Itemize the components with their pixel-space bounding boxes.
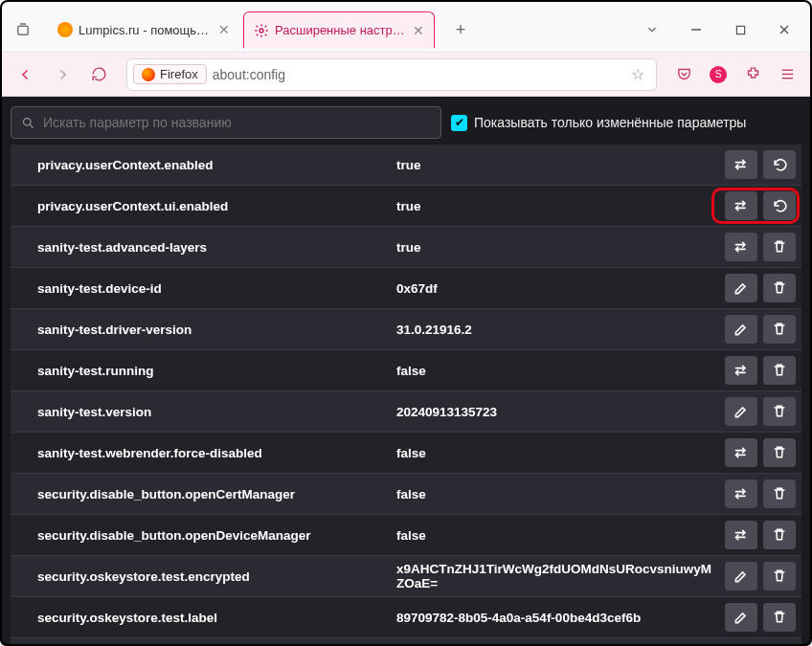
pref-name: security.disable_button.openCertManager bbox=[12, 487, 391, 501]
favicon bbox=[57, 22, 73, 37]
extensions-button[interactable] bbox=[739, 61, 766, 88]
pref-name: security.oskeystore.test.encrypted bbox=[12, 569, 391, 584]
settings-icon bbox=[254, 23, 269, 38]
back-button[interactable] bbox=[11, 60, 40, 89]
pref-actions bbox=[725, 356, 796, 385]
pref-value: false bbox=[396, 364, 719, 378]
toggle-button[interactable] bbox=[725, 150, 757, 179]
window-minimize[interactable] bbox=[676, 15, 716, 44]
pref-actions bbox=[725, 315, 796, 344]
edit-button[interactable] bbox=[725, 397, 757, 426]
pref-name: sanity-test.webrender.force-disabled bbox=[12, 446, 391, 460]
edit-button[interactable] bbox=[725, 603, 757, 632]
pref-row: security.oskeystore.test.label89709782-8… bbox=[11, 597, 801, 638]
delete-button[interactable] bbox=[763, 603, 796, 632]
svg-point-1 bbox=[259, 29, 263, 33]
delete-button[interactable] bbox=[763, 438, 796, 467]
pref-value: 0x67df bbox=[396, 281, 719, 296]
edit-button[interactable] bbox=[725, 274, 757, 302]
tab-close-icon[interactable]: ✕ bbox=[413, 23, 424, 38]
pref-name: sanity-test.advanced-layers bbox=[12, 240, 391, 255]
pref-row: privacy.userContext.enabledtrue bbox=[11, 145, 801, 186]
tab-close-icon[interactable]: ✕ bbox=[218, 22, 230, 37]
pref-name: sanity-test.driver-version bbox=[12, 323, 391, 337]
window-controls bbox=[632, 15, 804, 44]
delete-button[interactable] bbox=[763, 315, 796, 344]
pref-actions bbox=[725, 479, 796, 508]
delete-button[interactable] bbox=[763, 479, 796, 508]
pref-row: sanity-test.webrender.force-disabledfals… bbox=[11, 433, 801, 474]
only-modified-label: Показывать только изменённые параметры bbox=[474, 115, 746, 130]
only-modified-checkbox[interactable]: ✔ Показывать только изменённые параметры bbox=[451, 115, 746, 131]
titlebar: Lumpics.ru - помощь с компь✕Расширенные … bbox=[0, 0, 812, 53]
pref-value: 31.0.21916.2 bbox=[396, 323, 719, 337]
pref-actions bbox=[725, 562, 796, 590]
delete-button[interactable] bbox=[763, 233, 796, 261]
svg-point-9 bbox=[24, 118, 32, 125]
workspaces-button[interactable] bbox=[8, 14, 38, 45]
checkbox-checked-icon: ✔ bbox=[451, 115, 467, 131]
delete-button[interactable] bbox=[763, 274, 796, 302]
pref-row: sanity-test.driver-version31.0.21916.2 bbox=[11, 309, 801, 350]
pref-name: privacy.userContext.ui.enabled bbox=[12, 199, 391, 213]
firefox-icon bbox=[142, 68, 155, 81]
tab-label: Lumpics.ru - помощь с компь bbox=[79, 23, 211, 37]
search-box[interactable] bbox=[11, 106, 441, 139]
pref-name: sanity-test.running bbox=[12, 364, 391, 378]
reset-button[interactable] bbox=[763, 150, 796, 179]
forward-button[interactable] bbox=[48, 60, 77, 89]
window-close[interactable] bbox=[764, 15, 804, 44]
pref-row: privacy.userContext.ui.enabledtrue bbox=[11, 186, 801, 227]
pref-value: false bbox=[396, 487, 719, 501]
toggle-button[interactable] bbox=[725, 438, 757, 467]
pref-row: sanity-test.runningfalse bbox=[11, 350, 801, 391]
edit-button[interactable] bbox=[725, 315, 757, 344]
tab-1[interactable]: Расширенные настройки✕ bbox=[243, 11, 435, 48]
toggle-button[interactable] bbox=[725, 233, 757, 261]
identity-badge[interactable]: Firefox bbox=[133, 64, 207, 84]
pref-value: 89709782-8b05-4a0a-a54f-00be4d3cef6b bbox=[396, 611, 719, 625]
pref-value: false bbox=[396, 528, 719, 543]
pocket-button[interactable] bbox=[670, 61, 697, 88]
pref-value: x9AHCTnZHJ1TirWcWg2fdUOMdNsURocvsniuwyMZ… bbox=[396, 562, 719, 590]
edit-button[interactable] bbox=[725, 562, 757, 590]
new-tab-button[interactable]: + bbox=[446, 15, 475, 44]
svg-rect-3 bbox=[736, 26, 744, 33]
delete-button[interactable] bbox=[763, 397, 796, 426]
pref-row: sanity-test.device-id0x67df bbox=[11, 268, 801, 309]
pref-actions bbox=[725, 397, 796, 426]
delete-button[interactable] bbox=[763, 356, 796, 385]
pref-actions bbox=[725, 438, 796, 467]
pref-row: security.disable_button.openDeviceManage… bbox=[11, 515, 801, 556]
reload-button[interactable] bbox=[84, 60, 113, 89]
search-input[interactable] bbox=[43, 115, 431, 130]
account-button[interactable]: S bbox=[705, 61, 732, 88]
search-icon bbox=[21, 116, 35, 130]
pref-value: false bbox=[396, 446, 719, 460]
tab-0[interactable]: Lumpics.ru - помощь с компь✕ bbox=[48, 11, 239, 48]
pref-actions bbox=[725, 150, 796, 179]
toggle-button[interactable] bbox=[725, 356, 757, 385]
list-all-tabs[interactable] bbox=[632, 15, 672, 44]
pref-actions bbox=[725, 521, 796, 549]
pref-value: 20240913135723 bbox=[396, 405, 719, 419]
toggle-button[interactable] bbox=[725, 191, 757, 220]
pref-name: security.disable_button.openDeviceManage… bbox=[12, 528, 391, 543]
svg-line-10 bbox=[30, 124, 33, 127]
pref-name: security.oskeystore.test.label bbox=[12, 611, 391, 625]
delete-button[interactable] bbox=[763, 562, 796, 590]
pref-row: sanity-test.advanced-layerstrue bbox=[11, 227, 801, 268]
pref-row: security.disable_button.openCertManagerf… bbox=[11, 474, 801, 515]
tab-label: Расширенные настройки bbox=[275, 23, 405, 37]
delete-button[interactable] bbox=[763, 521, 796, 549]
pref-actions bbox=[725, 233, 796, 261]
bookmark-star-icon[interactable]: ☆ bbox=[631, 65, 644, 83]
window-maximize[interactable] bbox=[720, 15, 760, 44]
app-menu-button[interactable] bbox=[774, 61, 801, 88]
reset-button[interactable] bbox=[763, 191, 796, 220]
identity-label: Firefox bbox=[160, 67, 198, 81]
url-bar[interactable]: Firefox about:config ☆ bbox=[126, 58, 657, 91]
toggle-button[interactable] bbox=[725, 521, 757, 549]
toggle-button[interactable] bbox=[725, 479, 757, 508]
pref-name: sanity-test.device-id bbox=[12, 281, 391, 296]
